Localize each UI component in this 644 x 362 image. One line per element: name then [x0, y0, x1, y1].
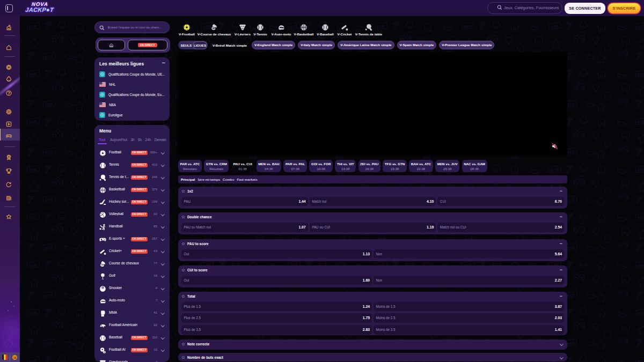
svg-text:8: 8 — [103, 286, 104, 289]
svg-text:18: 18 — [13, 356, 17, 359]
